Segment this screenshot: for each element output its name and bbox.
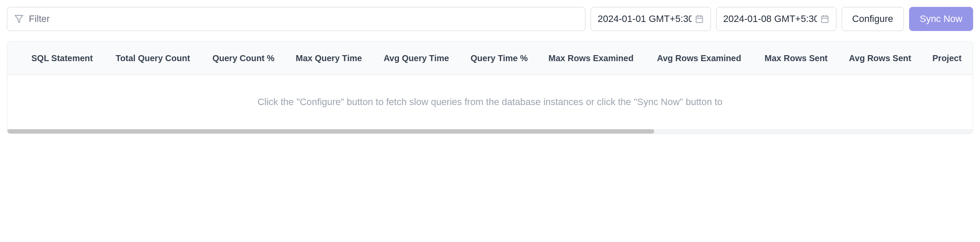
- col-query-count-pct[interactable]: Query Count %: [205, 42, 289, 75]
- calendar-icon: [695, 15, 704, 23]
- filter-input-wrapper[interactable]: [7, 7, 585, 31]
- svg-rect-1: [696, 16, 702, 22]
- col-avg-rows-sent[interactable]: Avg Rows Sent: [842, 42, 925, 75]
- col-sql-statement[interactable]: SQL Statement: [7, 42, 109, 75]
- svg-rect-5: [821, 16, 828, 22]
- col-project[interactable]: Project: [925, 42, 973, 75]
- slow-queries-table: SQL Statement Total Query Count Query Co…: [7, 42, 973, 129]
- col-max-query-time[interactable]: Max Query Time: [289, 42, 377, 75]
- calendar-icon: [821, 15, 829, 23]
- toolbar: Configure Sync Now: [7, 7, 973, 31]
- col-avg-query-time[interactable]: Avg Query Time: [377, 42, 463, 75]
- filter-input[interactable]: [29, 13, 578, 25]
- date-start-wrapper[interactable]: [591, 7, 711, 31]
- col-query-time-pct[interactable]: Query Time %: [464, 42, 542, 75]
- col-max-rows-sent[interactable]: Max Rows Sent: [758, 42, 842, 75]
- date-start-input[interactable]: [598, 13, 692, 25]
- col-max-rows-examined[interactable]: Max Rows Examined: [542, 42, 650, 75]
- configure-button[interactable]: Configure: [842, 7, 904, 31]
- sync-now-button[interactable]: Sync Now: [909, 7, 973, 31]
- svg-marker-0: [15, 16, 23, 23]
- col-avg-rows-examined[interactable]: Avg Rows Examined: [650, 42, 757, 75]
- filter-icon: [14, 14, 24, 24]
- empty-state-message: Click the "Configure" button to fetch sl…: [7, 75, 973, 130]
- scrollbar-thumb[interactable]: [7, 129, 654, 133]
- date-end-wrapper[interactable]: [716, 7, 836, 31]
- horizontal-scrollbar[interactable]: [7, 129, 973, 133]
- col-total-query-count[interactable]: Total Query Count: [109, 42, 205, 75]
- table-container: SQL Statement Total Query Count Query Co…: [7, 41, 973, 134]
- date-end-input[interactable]: [723, 13, 817, 25]
- empty-state-row: Click the "Configure" button to fetch sl…: [7, 75, 973, 130]
- table-header-row: SQL Statement Total Query Count Query Co…: [7, 42, 973, 75]
